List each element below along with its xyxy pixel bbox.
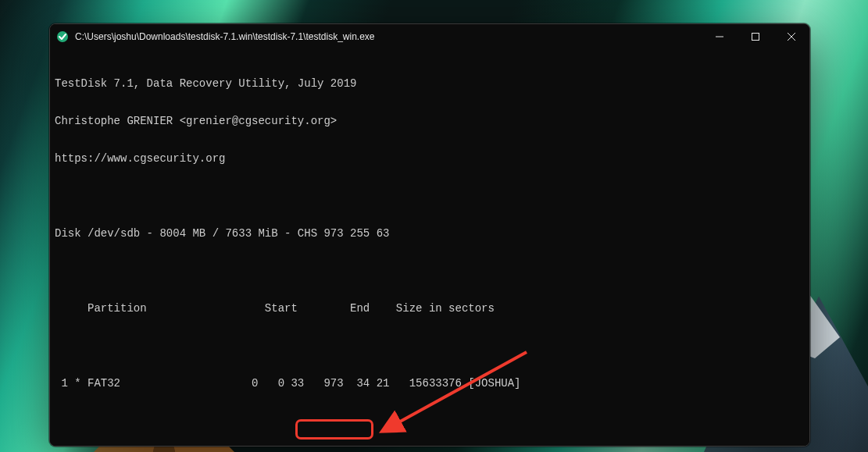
annotation-highlight-box — [295, 419, 373, 440]
app-header-line1: TestDisk 7.1, Data Recovery Utility, Jul… — [55, 77, 805, 90]
svg-line-2 — [384, 352, 527, 430]
blank-line — [55, 340, 805, 352]
minimize-button[interactable] — [702, 24, 738, 49]
app-header-line3: https://www.cgsecurity.org — [55, 152, 805, 165]
app-header-line2: Christophe GRENIER <grenier@cgsecurity.o… — [55, 115, 805, 127]
disk-info-line: Disk /dev/sdb - 8004 MB / 7633 MiB - CHS… — [55, 227, 805, 240]
partition-row-1: 1 * FAT32 0 0 33 973 34 21 15633376 [JOS… — [55, 377, 805, 390]
titlebar[interactable]: C:\Users\joshu\Downloads\testdisk-7.1.wi… — [50, 24, 809, 49]
app-icon — [56, 30, 69, 43]
partition-header: Partition Start End Size in sectors — [55, 302, 805, 315]
window-title: C:\Users\joshu\Downloads\testdisk-7.1.wi… — [75, 31, 375, 42]
annotation-arrow — [363, 346, 534, 440]
filler — [55, 440, 805, 447]
blank-line — [55, 265, 805, 277]
blank-line — [55, 190, 805, 202]
console-window: C:\Users\joshu\Downloads\testdisk-7.1.wi… — [49, 23, 810, 447]
maximize-button[interactable] — [738, 24, 773, 49]
close-button[interactable] — [773, 24, 809, 49]
svg-rect-1 — [752, 34, 759, 41]
terminal-viewport[interactable]: TestDisk 7.1, Data Recovery Utility, Jul… — [50, 49, 809, 447]
